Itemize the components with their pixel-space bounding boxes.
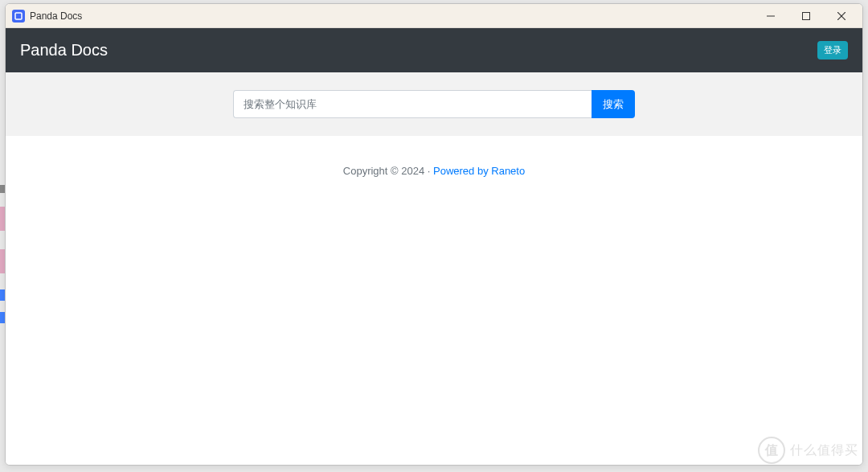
svg-rect-0 xyxy=(15,13,22,19)
login-button[interactable]: 登录 xyxy=(817,41,848,60)
maximize-icon xyxy=(802,12,810,20)
watermark-badge: 值 xyxy=(758,437,785,464)
maximize-button[interactable] xyxy=(788,4,824,28)
navbar-brand[interactable]: Panda Docs xyxy=(20,41,108,60)
window-controls xyxy=(753,4,859,28)
search-button[interactable]: 搜索 xyxy=(592,90,635,118)
watermark-text: 什么值得买 xyxy=(790,442,858,459)
search-form: 搜索 xyxy=(233,90,635,118)
app-icon xyxy=(12,10,25,23)
search-input[interactable] xyxy=(233,90,592,118)
minimize-icon xyxy=(767,12,775,20)
close-button[interactable] xyxy=(824,4,859,28)
watermark: 值 什么值得买 xyxy=(758,437,858,464)
copyright-text: Copyright © 2024 · xyxy=(343,165,433,177)
minimize-button[interactable] xyxy=(753,4,788,28)
navbar: Panda Docs 登录 xyxy=(6,28,862,72)
app-window: Panda Docs Panda Docs 登录 搜索 Copyright © … xyxy=(5,3,863,466)
main-content: Copyright © 2024 · Powered by Raneto xyxy=(6,136,862,465)
window-title: Panda Docs xyxy=(30,10,753,22)
close-icon xyxy=(837,12,845,20)
footer: Copyright © 2024 · Powered by Raneto xyxy=(6,136,862,177)
svg-rect-2 xyxy=(803,12,810,19)
window-titlebar: Panda Docs xyxy=(6,4,862,28)
powered-by-link[interactable]: Powered by Raneto xyxy=(433,165,525,177)
search-section: 搜索 xyxy=(6,72,862,136)
